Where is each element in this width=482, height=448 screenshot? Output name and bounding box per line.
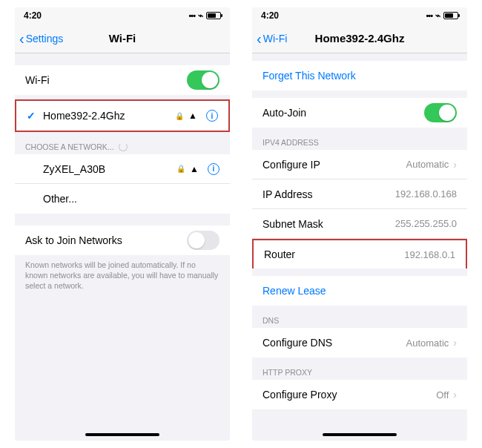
checkmark-icon: ✓	[27, 110, 36, 122]
status-bar: 4:20 ••• ⌁	[252, 7, 467, 24]
battery-icon	[443, 12, 458, 19]
back-button[interactable]: ‹ Wi-Fi	[252, 33, 287, 45]
spinner-icon	[119, 142, 128, 151]
auto-join-label: Auto-Join	[263, 107, 424, 119]
network-name: ZyXEL_A30B	[43, 163, 176, 175]
lock-icon: 🔒	[176, 165, 185, 173]
ipv4-header: IPV4 ADDRESS	[252, 128, 467, 150]
ip-address-value: 192.168.0.168	[395, 188, 457, 200]
forget-network-row[interactable]: Forget This Network	[252, 61, 467, 90]
chevron-right-icon: ›	[453, 159, 457, 171]
info-icon[interactable]: i	[206, 110, 218, 122]
status-time: 4:20	[24, 10, 42, 21]
wifi-icon: ⌁	[198, 10, 203, 21]
configure-dns-label: Configure DNS	[263, 337, 406, 349]
ask-to-join-row[interactable]: Ask to Join Networks	[15, 225, 230, 255]
ip-address-row: IP Address 192.168.0.168	[252, 179, 467, 209]
network-row[interactable]: ZyXEL_A30B 🔒 ▲ i	[15, 154, 230, 184]
other-network-row[interactable]: Other...	[15, 184, 230, 214]
configure-proxy-value: Off	[436, 389, 449, 401]
wifi-toggle-label: Wi-Fi	[25, 74, 187, 86]
renew-lease-label: Renew Lease	[263, 285, 457, 297]
router-row: Router 192.168.0.1	[252, 239, 467, 269]
back-button[interactable]: ‹ Settings	[15, 33, 63, 45]
wifi-toggle-row[interactable]: Wi-Fi	[15, 65, 230, 95]
configure-ip-label: Configure IP	[263, 159, 406, 171]
router-label: Router	[264, 248, 404, 260]
configure-proxy-label: Configure Proxy	[263, 389, 436, 401]
auto-join-toggle[interactable]	[424, 103, 457, 122]
wifi-icon: ⌁	[435, 10, 440, 21]
info-icon[interactable]: i	[208, 163, 219, 175]
wifi-signal-icon: ▲	[188, 111, 197, 121]
auto-join-row[interactable]: Auto-Join	[252, 98, 467, 128]
back-label: Settings	[26, 33, 64, 45]
configure-dns-value: Automatic	[406, 337, 449, 349]
configure-dns-row[interactable]: Configure DNS Automatic ›	[252, 328, 467, 358]
battery-icon	[206, 12, 221, 19]
screen-network-details: 4:20 ••• ⌁ ‹ Wi-Fi Home392-2.4Ghz Forget…	[252, 7, 467, 441]
router-value: 192.168.0.1	[404, 249, 455, 260]
screen-wifi-list: 4:20 ••• ⌁ ‹ Settings Wi-Fi Wi-Fi ✓ Home…	[15, 7, 230, 441]
ip-address-label: IP Address	[263, 188, 395, 200]
nav-bar: ‹ Settings Wi-Fi	[15, 24, 230, 53]
configure-ip-row[interactable]: Configure IP Automatic ›	[252, 150, 467, 179]
subnet-mask-value: 255.255.255.0	[395, 218, 457, 229]
lock-icon: 🔒	[175, 112, 184, 120]
chevron-right-icon: ›	[453, 389, 457, 401]
connected-network-row[interactable]: ✓ Home392-2.4Ghz 🔒 ▲ i	[16, 101, 228, 131]
nav-bar: ‹ Wi-Fi Home392-2.4Ghz	[252, 24, 467, 53]
ask-to-join-label: Ask to Join Networks	[25, 234, 187, 246]
connected-network-name: Home392-2.4Ghz	[43, 110, 175, 122]
wifi-signal-icon: ▲	[190, 164, 199, 174]
renew-lease-row[interactable]: Renew Lease	[252, 276, 467, 306]
home-indicator[interactable]	[323, 433, 397, 436]
ask-to-join-footer: Known networks will be joined automatica…	[15, 255, 230, 299]
status-time: 4:20	[261, 10, 279, 21]
subnet-mask-row: Subnet Mask 255.255.255.0	[252, 209, 467, 239]
forget-network-label: Forget This Network	[263, 70, 457, 82]
dns-header: DNS	[252, 306, 467, 328]
configure-ip-value: Automatic	[406, 159, 449, 170]
other-label: Other...	[43, 193, 219, 205]
chevron-right-icon: ›	[453, 337, 457, 349]
signal-dots-icon: •••	[426, 11, 432, 20]
choose-network-header: CHOOSE A NETWORK...	[15, 132, 230, 154]
signal-dots-icon: •••	[188, 11, 195, 20]
status-bar: 4:20 ••• ⌁	[15, 7, 230, 24]
subnet-mask-label: Subnet Mask	[263, 218, 395, 230]
home-indicator[interactable]	[85, 433, 159, 436]
http-proxy-header: HTTP PROXY	[252, 358, 467, 380]
configure-proxy-row[interactable]: Configure Proxy Off ›	[252, 380, 467, 409]
ask-to-join-toggle[interactable]	[187, 231, 219, 250]
wifi-toggle[interactable]	[187, 70, 219, 90]
back-label: Wi-Fi	[263, 33, 288, 45]
